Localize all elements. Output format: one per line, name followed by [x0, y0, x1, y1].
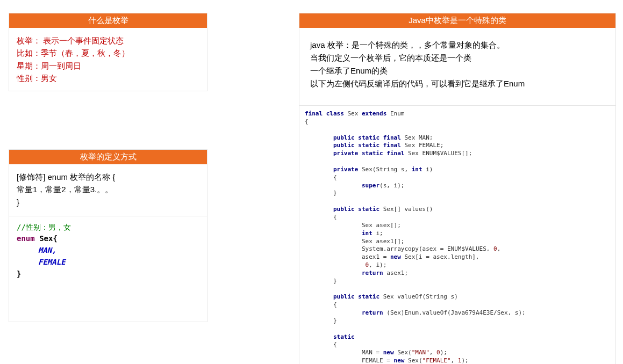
- explanation-text: java 枚举：是一个特殊的类，，多个常量对象的集合。 当我们定义一个枚举后，它…: [299, 28, 615, 105]
- text-line: }: [17, 196, 199, 208]
- card-title: 什么是枚举: [9, 13, 207, 28]
- text-line: 常量1，常量2，常量3.。。: [17, 183, 199, 195]
- text-line: 以下为左侧代码反编译后的代码，可以看到它是继承了Enum: [310, 77, 605, 90]
- text-line: [修饰符] enum 枚举的名称 {: [17, 171, 199, 183]
- code-line: enum Sex{: [17, 233, 199, 245]
- card-title: Java中枚举是一个特殊的类: [299, 13, 615, 28]
- text-line: 枚举： 表示一个事件固定状态: [17, 34, 199, 47]
- text-line: 比如：季节（春，夏，秋，冬）: [17, 47, 199, 59]
- code-line: FEMALE: [17, 257, 199, 268]
- text-line: 星期：周一到周日: [17, 60, 199, 72]
- enum-definition-card: 枚举的定义方式 [修饰符] enum 枚举的名称 { 常量1，常量2，常量3.。…: [9, 149, 207, 322]
- text-line: 当我们定义一个枚举后，它的本质还是一个类: [310, 52, 605, 64]
- decompiled-code: final class Sex extends Enum { public st…: [299, 105, 615, 364]
- definition-text: [修饰符] enum 枚举的名称 { 常量1，常量2，常量3.。。 }: [9, 164, 207, 213]
- code-line: MAN,: [17, 245, 199, 257]
- enum-code-example: //性别：男，女 enum Sex{ MAN, FEMALE }: [9, 216, 207, 285]
- what-is-enum-card: 什么是枚举 枚举： 表示一个事件固定状态 比如：季节（春，夏，秋，冬） 星期：周…: [9, 13, 207, 91]
- text-line: 一个继承了Enum的类: [310, 64, 605, 77]
- code-line: }: [17, 268, 199, 280]
- text-line: 性别：男女: [17, 72, 199, 84]
- card-title: 枚举的定义方式: [9, 150, 207, 164]
- code-comment: //性别：男，女: [17, 222, 199, 234]
- card-body: 枚举： 表示一个事件固定状态 比如：季节（春，夏，秋，冬） 星期：周一到周日 性…: [9, 28, 207, 91]
- java-enum-class-card: Java中枚举是一个特殊的类 java 枚举：是一个特殊的类，，多个常量对象的集…: [299, 13, 616, 364]
- text-line: java 枚举：是一个特殊的类，，多个常量对象的集合。: [310, 39, 605, 52]
